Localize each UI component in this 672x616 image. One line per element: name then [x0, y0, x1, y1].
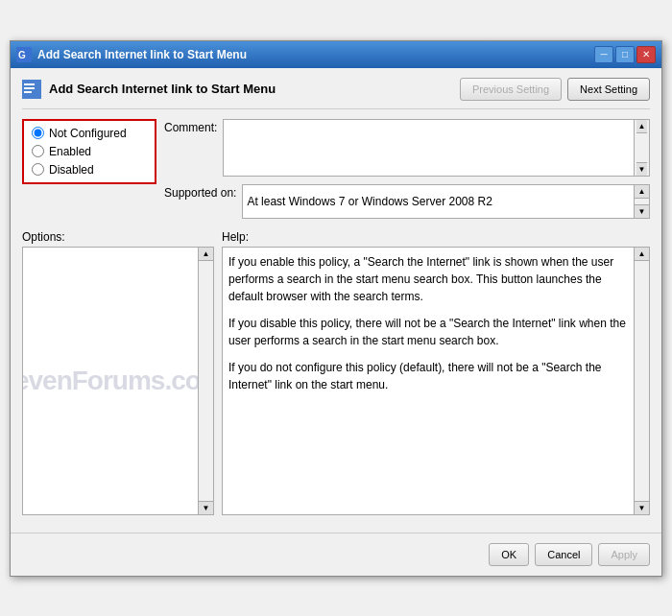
- help-paragraph-3: If you do not configure this policy (def…: [228, 359, 628, 393]
- disabled-option[interactable]: Disabled: [32, 163, 147, 177]
- not-configured-label: Not Configured: [49, 127, 127, 140]
- comment-scroll-up[interactable]: ▲: [636, 120, 648, 133]
- opt-scroll-up[interactable]: ▲: [199, 248, 213, 261]
- left-panel: Not Configured Enabled Disabled: [22, 119, 156, 226]
- previous-setting-button[interactable]: Previous Setting: [460, 78, 562, 101]
- enabled-radio[interactable]: [32, 145, 44, 157]
- cancel-button[interactable]: Cancel: [535, 543, 592, 566]
- header-policy-icon: [22, 80, 41, 99]
- svg-rect-3: [24, 83, 35, 85]
- help-text: If you enable this policy, a "Search the…: [228, 253, 628, 393]
- right-panel: Comment: ▲ ▼ Supported on: At least: [164, 119, 650, 226]
- header-section: Add Search Internet link to Start Menu P…: [22, 78, 650, 109]
- options-label: Options:: [22, 230, 214, 244]
- dialog-content: Add Search Internet link to Start Menu P…: [11, 68, 661, 525]
- title-bar-left: G Add Search Internet link to Start Menu: [16, 47, 247, 62]
- close-button[interactable]: ✕: [636, 46, 656, 63]
- main-body: Not Configured Enabled Disabled Comm: [22, 119, 650, 226]
- enabled-option[interactable]: Enabled: [32, 145, 147, 158]
- help-scroll-up[interactable]: ▲: [635, 248, 649, 261]
- not-configured-radio[interactable]: [32, 127, 44, 139]
- window-icon: G: [16, 47, 32, 62]
- comment-section: Comment: ▲ ▼: [164, 119, 650, 177]
- supported-section: Supported on: At least Windows 7 or Wind…: [164, 184, 650, 219]
- maximize-button[interactable]: □: [615, 46, 635, 63]
- svg-rect-5: [24, 91, 32, 93]
- options-scrollbar: ▲ ▼: [199, 247, 214, 515]
- help-panel: Help: If you enable this policy, a "Sear…: [222, 230, 650, 515]
- help-scrollbar: ▲ ▼: [635, 247, 650, 515]
- header-title-area: Add Search Internet link to Start Menu: [22, 80, 276, 99]
- dialog-title: Add Search Internet link to Start Menu: [49, 82, 276, 96]
- comment-scroll-down[interactable]: ▼: [636, 162, 648, 176]
- supported-label: Supported on:: [164, 184, 236, 200]
- apply-button[interactable]: Apply: [598, 543, 650, 566]
- help-paragraph-2: If you disable this policy, there will n…: [228, 315, 628, 349]
- title-bar-controls: ─ □ ✕: [594, 46, 656, 63]
- supported-scrollbar: ▲ ▼: [635, 184, 650, 219]
- disabled-label: Disabled: [49, 163, 94, 177]
- not-configured-option[interactable]: Not Configured: [32, 127, 147, 140]
- dialog-footer: OK Cancel Apply: [11, 533, 661, 576]
- supported-box: At least Windows 7 or Windows Server 200…: [242, 184, 635, 219]
- help-label: Help:: [222, 230, 650, 244]
- title-bar: G Add Search Internet link to Start Menu…: [11, 41, 661, 68]
- svg-rect-4: [24, 87, 35, 89]
- supp-scroll-up[interactable]: ▲: [635, 185, 649, 199]
- comment-textarea[interactable]: [223, 119, 635, 177]
- options-panel: Options: SevenForums.com ▲ ▼: [22, 230, 214, 515]
- supported-value: At least Windows 7 or Windows Server 200…: [247, 195, 492, 208]
- supp-scroll-down[interactable]: ▼: [635, 204, 649, 218]
- minimize-button[interactable]: ─: [594, 46, 613, 63]
- main-window: G Add Search Internet link to Start Menu…: [10, 40, 662, 577]
- help-paragraph-1: If you enable this policy, a "Search the…: [228, 253, 628, 305]
- disabled-radio[interactable]: [32, 163, 44, 176]
- header-buttons: Previous Setting Next Setting: [460, 78, 650, 101]
- comment-scrollbar: ▲ ▼: [635, 119, 650, 177]
- opt-scroll-down[interactable]: ▼: [199, 501, 213, 514]
- bottom-panels: Options: SevenForums.com ▲ ▼ Help:: [22, 230, 650, 515]
- enabled-label: Enabled: [49, 145, 91, 158]
- watermark-text: SevenForums.com: [22, 366, 199, 396]
- help-scroll-down[interactable]: ▼: [635, 501, 649, 514]
- next-setting-button[interactable]: Next Setting: [567, 78, 650, 101]
- configuration-radio-group: Not Configured Enabled Disabled: [22, 119, 156, 184]
- options-box: SevenForums.com: [22, 247, 199, 515]
- svg-text:G: G: [18, 50, 26, 60]
- ok-button[interactable]: OK: [489, 543, 529, 566]
- comment-label: Comment:: [164, 119, 217, 177]
- help-box: If you enable this policy, a "Search the…: [222, 247, 635, 515]
- window-title: Add Search Internet link to Start Menu: [37, 48, 247, 61]
- comment-combo: ▲ ▼: [223, 119, 650, 177]
